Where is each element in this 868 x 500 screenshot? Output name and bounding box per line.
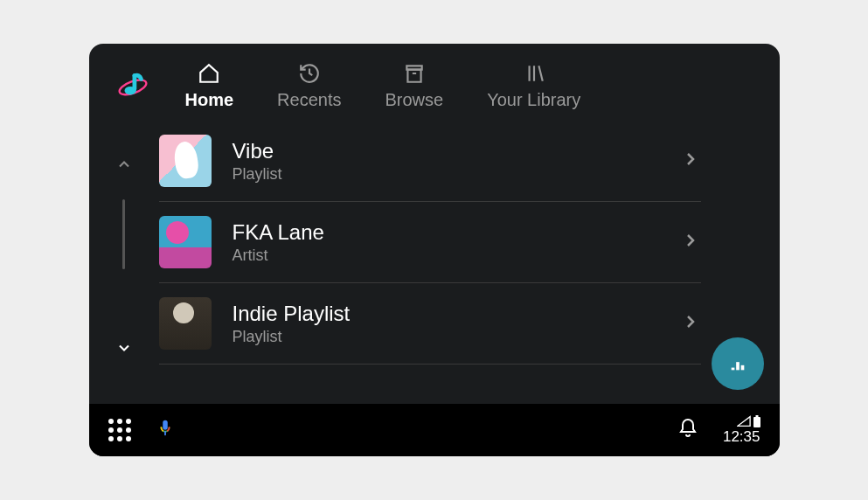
item-thumbnail [159, 135, 212, 187]
item-thumbnail [159, 297, 212, 350]
tab-library[interactable]: Your Library [487, 62, 580, 110]
item-title: Vibe [233, 139, 680, 163]
music-note-logo-icon [116, 69, 149, 102]
tab-library-label: Your Library [487, 90, 580, 110]
status-area: 12:35 [723, 415, 760, 446]
battery-icon [753, 415, 760, 427]
now-playing-fab[interactable] [712, 337, 764, 390]
chevron-right-icon [680, 311, 701, 336]
list-item[interactable]: FKA Lane Artist [159, 202, 701, 283]
top-navigation-bar: Home Recents Browse [89, 44, 780, 121]
mic-icon [156, 419, 175, 438]
svg-rect-8 [740, 365, 744, 371]
chevron-right-icon [680, 149, 701, 173]
clock: 12:35 [723, 428, 760, 446]
tab-recents[interactable]: Recents [277, 62, 341, 110]
scroll-up-button[interactable] [115, 156, 133, 177]
svg-point-1 [124, 87, 135, 95]
item-subtitle: Playlist [233, 328, 680, 346]
item-text: Vibe Playlist [233, 139, 680, 184]
svg-line-5 [538, 66, 542, 80]
item-text: Indie Playlist Playlist [233, 302, 680, 346]
archive-icon [403, 62, 426, 85]
tab-home[interactable]: Home [185, 62, 234, 110]
svg-rect-7 [736, 362, 740, 370]
home-icon [198, 62, 220, 85]
svg-rect-6 [731, 368, 734, 371]
item-thumbnail [159, 216, 212, 268]
item-text: FKA Lane Artist [233, 220, 680, 265]
list-item[interactable]: Indie Playlist Playlist [159, 283, 701, 365]
svg-rect-11 [755, 415, 758, 417]
chevron-right-icon [680, 230, 701, 254]
scroll-indicator [122, 199, 125, 269]
item-title: FKA Lane [233, 220, 680, 245]
tab-browse[interactable]: Browse [385, 62, 443, 110]
svg-rect-10 [753, 417, 760, 427]
tab-home-label: Home [185, 90, 234, 110]
notifications-button[interactable] [677, 418, 698, 442]
car-media-screen: Home Recents Browse [89, 44, 780, 456]
tab-recents-label: Recents [277, 90, 341, 110]
app-launcher-button[interactable] [108, 419, 131, 441]
app-logo[interactable] [89, 69, 177, 102]
chevron-up-icon [115, 156, 133, 173]
nav-tabs: Home Recents Browse [177, 62, 780, 110]
item-subtitle: Artist [233, 247, 680, 265]
media-list: Vibe Playlist FKA Lane Artist [159, 121, 780, 404]
chevron-down-icon [115, 339, 133, 357]
content-area: Vibe Playlist FKA Lane Artist [89, 121, 780, 404]
scroll-down-button[interactable] [115, 339, 133, 360]
list-item[interactable]: Vibe Playlist [159, 121, 701, 202]
item-title: Indie Playlist [233, 302, 680, 326]
library-icon [523, 62, 545, 85]
status-icons [737, 415, 760, 427]
system-bottom-bar: 12:35 [89, 404, 780, 456]
item-subtitle: Playlist [233, 165, 680, 184]
voice-assistant-button[interactable] [156, 419, 175, 441]
signal-icon [737, 415, 751, 427]
scroll-control [89, 121, 159, 404]
equalizer-icon [728, 354, 747, 373]
tab-browse-label: Browse [385, 90, 443, 110]
history-icon [298, 62, 321, 85]
bell-icon [677, 418, 698, 439]
